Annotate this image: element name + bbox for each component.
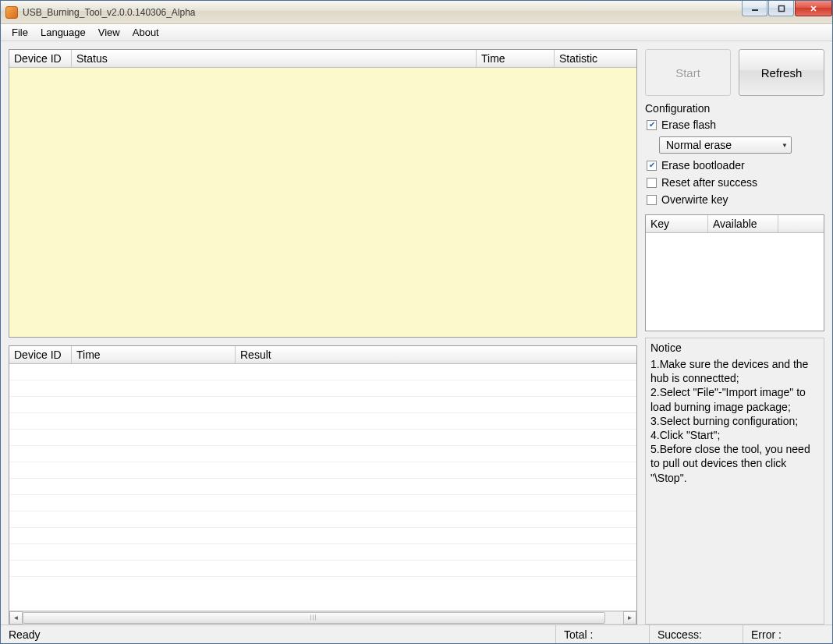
- app-icon: [5, 6, 18, 19]
- erase-flash-checkbox[interactable]: [647, 120, 657, 130]
- erase-mode-combo[interactable]: Normal erase ▼: [659, 136, 792, 154]
- notice-body: 1.Make sure the devices and the hub is c…: [650, 357, 819, 485]
- window-buttons: [741, 1, 832, 16]
- scroll-thumb[interactable]: [23, 612, 605, 624]
- erase-mode-value: Normal erase: [666, 139, 732, 151]
- notice-title: Notice: [650, 341, 819, 354]
- table-row: [9, 561, 636, 577]
- col-statistic[interactable]: Statistic: [555, 50, 636, 67]
- left-column: Device ID Status Time Statistic Device I…: [9, 49, 637, 625]
- col-available[interactable]: Available: [708, 215, 778, 232]
- overwrite-key-label: Overwirte key: [661, 193, 728, 206]
- key-table[interactable]: Key Available: [645, 214, 824, 331]
- close-icon: [810, 5, 817, 12]
- configuration-group: Configuration Erase flash Normal erase ▼…: [645, 102, 824, 208]
- status-error: Error :: [743, 625, 832, 643]
- right-column: Start Refresh Configuration Erase flash …: [645, 49, 824, 625]
- table-row: [9, 397, 636, 413]
- col-device-id[interactable]: Device ID: [9, 50, 72, 67]
- col-time[interactable]: Time: [477, 50, 555, 67]
- menu-language[interactable]: Language: [34, 25, 92, 40]
- overwrite-key-row[interactable]: Overwirte key: [645, 191, 824, 208]
- erase-bootloader-checkbox[interactable]: [647, 161, 657, 171]
- menubar: File Language View About: [1, 24, 832, 41]
- status-ready: Ready: [1, 625, 555, 643]
- result-area: Device ID Time Result: [9, 345, 637, 625]
- result-table[interactable]: Device ID Time Result: [9, 345, 637, 625]
- table-row: [9, 462, 636, 479]
- minimize-button[interactable]: [742, 1, 767, 16]
- device-status-table[interactable]: Device ID Status Time Statistic: [9, 49, 637, 338]
- maximize-icon: [778, 5, 785, 12]
- result-header: Device ID Time Result: [9, 346, 636, 364]
- device-status-body: [9, 68, 636, 337]
- status-success: Success:: [649, 625, 743, 643]
- reset-after-success-label: Reset after success: [661, 176, 757, 189]
- erase-flash-row[interactable]: Erase flash: [645, 116, 824, 133]
- col-result-result[interactable]: Result: [236, 346, 636, 363]
- table-row: [9, 430, 636, 446]
- maximize-button[interactable]: [768, 1, 794, 16]
- table-row: [9, 364, 636, 380]
- table-row: [9, 528, 636, 544]
- refresh-button[interactable]: Refresh: [739, 49, 824, 96]
- table-row: [9, 413, 636, 430]
- key-table-body: [646, 233, 824, 331]
- scroll-left-button[interactable]: ◄: [9, 611, 23, 625]
- close-button[interactable]: [795, 1, 832, 16]
- erase-flash-label: Erase flash: [661, 119, 716, 131]
- client-area: Device ID Status Time Statistic Device I…: [1, 41, 832, 625]
- app-window: USB_Burning_Tool_v2.0.0.140306_Alpha Fil…: [0, 0, 833, 644]
- action-buttons: Start Refresh: [645, 49, 824, 96]
- reset-after-success-checkbox[interactable]: [647, 178, 657, 188]
- scroll-track[interactable]: [23, 611, 623, 625]
- col-result-device-id[interactable]: Device ID: [9, 346, 72, 363]
- status-total: Total :: [555, 625, 649, 643]
- scroll-right-button[interactable]: ►: [623, 611, 636, 625]
- notice-box: Notice 1.Make sure the devices and the h…: [645, 338, 824, 625]
- menu-about[interactable]: About: [126, 25, 165, 40]
- overwrite-key-checkbox[interactable]: [647, 195, 657, 205]
- horizontal-scrollbar[interactable]: ◄ ►: [9, 610, 636, 624]
- configuration-title: Configuration: [645, 102, 824, 115]
- col-key-spacer: [778, 215, 824, 232]
- window-title: USB_Burning_Tool_v2.0.0.140306_Alpha: [23, 7, 196, 18]
- table-row: [9, 446, 636, 462]
- menu-view[interactable]: View: [92, 25, 126, 40]
- erase-bootloader-row[interactable]: Erase bootloader: [645, 157, 824, 174]
- table-row: [9, 544, 636, 561]
- titlebar: USB_Burning_Tool_v2.0.0.140306_Alpha: [1, 1, 832, 24]
- erase-bootloader-label: Erase bootloader: [661, 159, 745, 172]
- statusbar: Ready Total : Success: Error :: [1, 625, 832, 643]
- svg-rect-1: [778, 5, 784, 11]
- device-status-header: Device ID Status Time Statistic: [9, 50, 636, 68]
- col-result-time[interactable]: Time: [72, 346, 236, 363]
- start-button[interactable]: Start: [645, 49, 731, 96]
- menu-file[interactable]: File: [5, 25, 34, 40]
- col-status[interactable]: Status: [72, 50, 477, 67]
- table-row: [9, 479, 636, 495]
- col-key[interactable]: Key: [646, 215, 708, 232]
- table-row: [9, 511, 636, 528]
- reset-after-success-row[interactable]: Reset after success: [645, 174, 824, 191]
- table-row: [9, 495, 636, 511]
- key-table-header: Key Available: [646, 215, 824, 233]
- minimize-icon: [751, 5, 759, 12]
- table-row: [9, 380, 636, 397]
- result-body: [9, 364, 636, 610]
- chevron-down-icon: ▼: [782, 142, 788, 149]
